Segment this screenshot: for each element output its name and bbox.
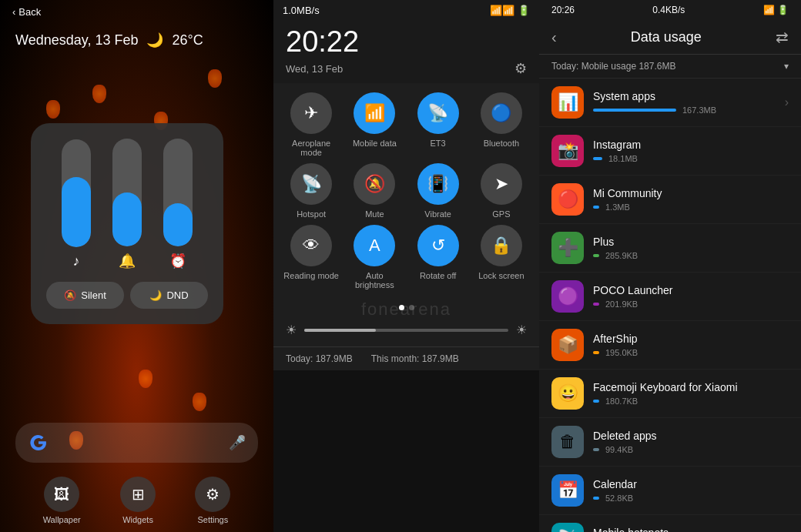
qs-label-10: Rotate off (420, 271, 457, 280)
moon-icon: 🌙 (146, 32, 163, 48)
qs-label-6: Vibrate (424, 209, 451, 219)
dnd-button[interactable]: 🌙 DND (130, 282, 208, 309)
qs-item-3[interactable]: 🔵Bluetooth (473, 92, 530, 157)
wallpaper-dock-item[interactable]: 🖼 Wallpaper (43, 477, 81, 524)
ring-slider[interactable]: 🔔 (112, 139, 142, 269)
lantern-decoration (92, 85, 106, 103)
qs-item-7[interactable]: ➤GPS (473, 163, 530, 219)
search-bar[interactable]: 🎤 (15, 423, 258, 463)
music-slider[interactable]: ♪ (62, 139, 91, 269)
qs-item-10[interactable]: ↺Rotate off (410, 225, 467, 289)
app-item-4[interactable]: 🟣POCO Launcher201.9KB (539, 273, 801, 321)
app-name-4: POCO Launcher (593, 284, 789, 296)
alarm-slider[interactable]: ⏰ (163, 139, 193, 269)
qs-item-2[interactable]: 📡ET3 (410, 92, 467, 157)
back-icon[interactable]: ‹ (551, 28, 557, 46)
settings-dock-item[interactable]: ⚙ Settings (195, 477, 230, 524)
app-item-3[interactable]: ➕Plus285.9KB (539, 224, 801, 273)
app-item-6[interactable]: 😀Facemoji Keyboard for Xiaomi180.7KB (539, 370, 801, 418)
page-dot-1 (399, 305, 404, 310)
alarm-icon: ⏰ (169, 253, 186, 269)
silent-icon: 🔕 (64, 289, 76, 301)
app-bar-wrap-8: 52.8KB (593, 494, 789, 503)
app-icon-9: 📡 (551, 523, 584, 532)
brightness-track[interactable] (304, 329, 508, 332)
widgets-label: Widgets (122, 515, 153, 524)
app-size-3: 285.9KB (605, 251, 638, 260)
app-icon-7: 🗑 (551, 426, 584, 458)
middle-panel: 1.0MB/s 📶📶 🔋 20:22 Wed, 13 Feb ⚙ ✈Aeropl… (273, 0, 539, 532)
dropdown-icon[interactable]: ▾ (784, 61, 789, 72)
app-item-1[interactable]: 📸Instagram18.1MB (539, 127, 801, 176)
qs-item-4[interactable]: 📡Hotspot (283, 163, 340, 219)
alarm-slider-fill (163, 203, 193, 246)
qs-icon-8: 👁 (290, 225, 332, 266)
middle-date-text: Wed, 13 Feb (286, 63, 343, 75)
app-item-0[interactable]: 📊System apps167.3MB› (539, 79, 801, 127)
app-size-8: 52.8KB (605, 494, 633, 503)
right-status-bar: 20:26 0.4KB/s 📶 🔋 (539, 0, 801, 20)
middle-time: 20:22 (273, 21, 539, 60)
app-info-0: System apps167.3MB (593, 90, 776, 115)
silent-button[interactable]: 🔕 Silent (46, 282, 124, 309)
app-icon-6: 😀 (551, 377, 584, 410)
widgets-dock-item[interactable]: ⊞ Widgets (120, 477, 156, 524)
temp-text: 26°C (172, 32, 203, 48)
app-info-9: Mobile hotspotsNone (593, 527, 789, 532)
qs-item-5[interactable]: 🔕Mute (346, 163, 403, 219)
app-name-0: System apps (593, 90, 776, 102)
music-icon: ♪ (73, 253, 80, 269)
right-panel: 20:26 0.4KB/s 📶 🔋 ‹ Data usage ⇄ Today: … (539, 0, 801, 532)
back-button[interactable]: ‹ Back (12, 6, 41, 18)
app-item-9[interactable]: 📡Mobile hotspotsNone (539, 515, 801, 532)
sort-icon[interactable]: ⇄ (776, 28, 789, 46)
dnd-label: DND (166, 289, 188, 301)
app-item-5[interactable]: 📦AfterShip195.0KB (539, 321, 801, 370)
app-item-7[interactable]: 🗑Deleted apps99.4KB (539, 418, 801, 467)
date-display: Wednesday, 13 Feb 🌙 26°C (0, 24, 273, 56)
app-size-4: 201.9KB (605, 299, 638, 309)
app-bar-wrap-4: 201.9KB (593, 299, 789, 309)
qs-icon-7: ➤ (481, 163, 522, 205)
app-name-9: Mobile hotspots (593, 527, 789, 532)
mic-icon[interactable]: 🎤 (229, 434, 246, 451)
app-info-4: POCO Launcher201.9KB (593, 284, 789, 309)
app-usage-bar-2 (593, 206, 599, 209)
app-info-6: Facemoji Keyboard for Xiaomi180.7KB (593, 381, 789, 406)
qs-item-9[interactable]: AAuto brightness (346, 225, 403, 289)
today-usage-bar: Today: Mobile usage 187.6MB ▾ (539, 55, 801, 79)
app-name-1: Instagram (593, 139, 789, 151)
middle-date-row: Wed, 13 Feb ⚙ (273, 60, 539, 83)
app-usage-bar-0 (593, 109, 676, 112)
right-time: 20:26 (551, 5, 575, 15)
quick-settings-grid: ✈Aeroplane mode📶Mobile data📡ET3🔵Bluetoot… (273, 83, 539, 299)
app-size-1: 18.1MB (608, 154, 638, 163)
qs-item-8[interactable]: 👁Reading mode (283, 225, 340, 289)
qs-item-11[interactable]: 🔒Lock screen (473, 225, 530, 289)
app-info-5: AfterShip195.0KB (593, 333, 789, 357)
app-usage-bar-7 (593, 448, 599, 451)
brightness-control[interactable]: ☀ ☀ (273, 316, 539, 346)
qs-icon-9: A (354, 225, 395, 266)
qs-item-0[interactable]: ✈Aeroplane mode (283, 92, 340, 157)
signal-icons: 📶📶 🔋 (490, 5, 530, 16)
app-item-2[interactable]: 🔴Mi Community1.3MB (539, 176, 801, 224)
qs-label-3: Bluetooth (484, 139, 519, 148)
mode-buttons: 🔕 Silent 🌙 DND (46, 282, 208, 309)
qs-item-1[interactable]: 📶Mobile data (346, 92, 403, 157)
app-icon-1: 📸 (551, 135, 584, 167)
qs-item-6[interactable]: 📳Vibrate (410, 163, 467, 219)
app-item-8[interactable]: 📅Calendar52.8KB (539, 467, 801, 515)
lantern-decoration (46, 100, 60, 119)
music-slider-fill (62, 177, 91, 247)
wallpaper-label: Wallpaper (43, 515, 81, 524)
app-name-6: Facemoji Keyboard for Xiaomi (593, 381, 789, 393)
qs-label-9: Auto brightness (346, 271, 403, 289)
settings-icon: ⚙ (195, 477, 230, 512)
gear-icon[interactable]: ⚙ (514, 60, 527, 77)
app-bar-wrap-7: 99.4KB (593, 445, 789, 454)
app-bar-wrap-5: 195.0KB (593, 348, 789, 357)
app-usage-bar-4 (593, 303, 599, 306)
sliders-row: ♪ 🔔 ⏰ (62, 139, 193, 269)
qs-icon-6: 📳 (417, 163, 459, 205)
